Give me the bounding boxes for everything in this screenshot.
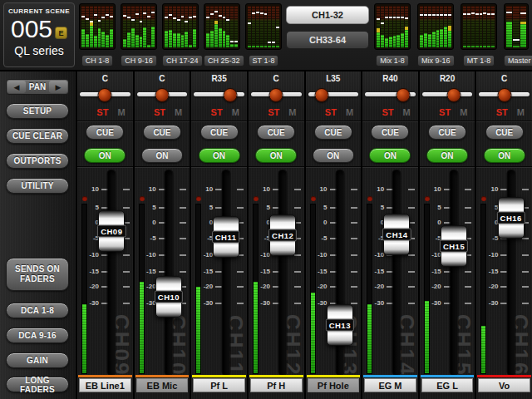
channel-name[interactable]: Pf Hole (308, 378, 360, 392)
on-button[interactable]: ON (141, 148, 183, 163)
scene-number: 005 (11, 17, 52, 42)
peak-indicator (311, 196, 316, 201)
fader-track[interactable] (393, 170, 401, 375)
scale-label: -10 (82, 251, 99, 259)
meter-block-label[interactable]: Mix 1-8 (376, 55, 409, 66)
scale-label: 10 (82, 185, 99, 193)
channel-name[interactable]: EG M (364, 378, 416, 392)
meter-block-label[interactable]: Master (504, 55, 532, 66)
outports-button[interactable]: OUTPORTS (6, 153, 69, 169)
pan-left-arrow-icon[interactable]: ◀ (7, 81, 26, 93)
on-button[interactable]: ON (369, 148, 411, 163)
stereo-indicator: ST (325, 107, 337, 117)
meter-block-screen (461, 3, 497, 50)
channel-strip-ch13: L35 ST M CUE ON CH13 CH13 Pf Hole 1050-5… (306, 71, 362, 399)
meter-block-label[interactable]: CH 9-16 (121, 55, 157, 66)
fader-cap[interactable]: CH15 (441, 225, 467, 267)
fader-track[interactable] (451, 170, 458, 375)
meter-block-label[interactable]: CH 1-8 (81, 55, 114, 66)
meter-bar (381, 6, 384, 47)
fader-cap[interactable]: CH13 (327, 304, 353, 346)
channel-name[interactable]: Pf H (250, 378, 303, 392)
channel-name[interactable]: EB Mic (136, 378, 189, 392)
meter-block-label[interactable]: CH 17-24 (162, 55, 203, 66)
fader-cap[interactable]: CH10 (155, 276, 182, 318)
dca-1-8-button[interactable]: DCA 1-8 (6, 303, 69, 318)
fader-cap[interactable]: CH16 (498, 197, 525, 239)
channel-name[interactable]: EB Line1 (79, 378, 131, 392)
fader-cap[interactable]: CH09 (98, 210, 125, 252)
meter-bar (86, 6, 89, 47)
meter-block-label[interactable]: MT 1-8 (463, 55, 495, 66)
divider (476, 121, 532, 122)
cue-button[interactable]: CUE (200, 125, 239, 140)
scale-tick (408, 207, 415, 209)
pan-knob[interactable] (155, 88, 169, 102)
fader-cap[interactable]: CH12 (269, 214, 296, 256)
on-button[interactable]: ON (255, 148, 297, 163)
pan-knob[interactable] (224, 88, 238, 102)
gain-button[interactable]: GAIN (6, 352, 69, 368)
fader-track[interactable] (279, 170, 287, 375)
bank-tab-ch1-32[interactable]: CH1-32 (286, 6, 369, 24)
utility-button[interactable]: UTILITY (6, 178, 69, 194)
scale-tick (159, 207, 165, 209)
pan-right-arrow-icon[interactable]: ▶ (49, 81, 67, 93)
meter-fill (254, 282, 258, 373)
meter-block-label[interactable]: ST 1-8 (249, 55, 279, 66)
on-button[interactable]: ON (199, 148, 240, 163)
channel-name[interactable]: Vo (478, 378, 530, 392)
scale-tick (180, 238, 186, 239)
bank-tab-ch33-64[interactable]: CH33-64 (286, 31, 369, 49)
scale-tick (159, 222, 165, 224)
meter-block-label[interactable]: CH 25-32 (204, 55, 244, 66)
meter-fill (367, 304, 372, 373)
channel-strip-ch09: C ST M CUE ON CH09 CH09 EB Line1 1050-5-… (77, 71, 133, 399)
fader-track[interactable] (108, 170, 116, 375)
scale-label: 0 (367, 219, 384, 226)
dca-9-16-button[interactable]: DCA 9-16 (6, 328, 69, 343)
pan-knob[interactable] (269, 88, 283, 102)
on-button[interactable]: ON (84, 148, 126, 163)
cue-button[interactable]: CUE (371, 125, 409, 140)
scale-label: -15 (311, 268, 328, 275)
meter-block-label[interactable]: Mix 9-16 (417, 55, 455, 66)
sends-on-faders-button[interactable]: SENDS ON FADERS (6, 258, 69, 291)
scale-label: -10 (367, 251, 384, 259)
on-button[interactable]: ON (484, 148, 525, 163)
pan-knob[interactable] (396, 88, 410, 102)
cue-button[interactable]: CUE (314, 125, 352, 140)
long-faders-button[interactable]: LONG FADERS (6, 377, 69, 392)
fader-cap-label: CH10 (155, 290, 183, 303)
scale-label: -20 (481, 283, 498, 290)
divider (306, 121, 362, 122)
fader-track[interactable] (222, 170, 229, 375)
on-button[interactable]: ON (426, 148, 468, 163)
scale-tick (500, 303, 507, 304)
meter-bar (214, 6, 218, 47)
scale-label: 10 (481, 185, 498, 193)
fader-cap[interactable]: CH11 (213, 216, 239, 258)
stereo-mono-indicators: ST M (382, 107, 410, 117)
cue-button[interactable]: CUE (86, 125, 124, 140)
channel-name[interactable]: EG L (421, 378, 474, 392)
cue-button[interactable]: CUE (485, 125, 524, 140)
divider (249, 166, 304, 168)
pan-knob[interactable] (497, 88, 511, 102)
current-scene-panel[interactable]: CURRENT SCENE 005 E QL series (3, 2, 75, 67)
pan-knob[interactable] (446, 88, 461, 102)
setup-button[interactable]: SETUP (6, 103, 69, 119)
fader-track[interactable] (165, 170, 172, 375)
cue-button[interactable]: CUE (428, 125, 466, 140)
pan-knob[interactable] (98, 88, 112, 102)
channel-name[interactable]: Pf L (193, 378, 245, 392)
pan-knob[interactable] (315, 88, 329, 102)
fader-cap[interactable]: CH14 (383, 214, 410, 255)
meter-bar (147, 6, 150, 47)
cue-button[interactable]: CUE (143, 125, 181, 140)
cue-button[interactable]: CUE (257, 125, 295, 140)
scale-label: 5 (254, 204, 270, 211)
scale-label: -5 (367, 234, 384, 242)
cue-clear-button[interactable]: CUE CLEAR (6, 128, 69, 144)
on-button[interactable]: ON (313, 148, 354, 163)
